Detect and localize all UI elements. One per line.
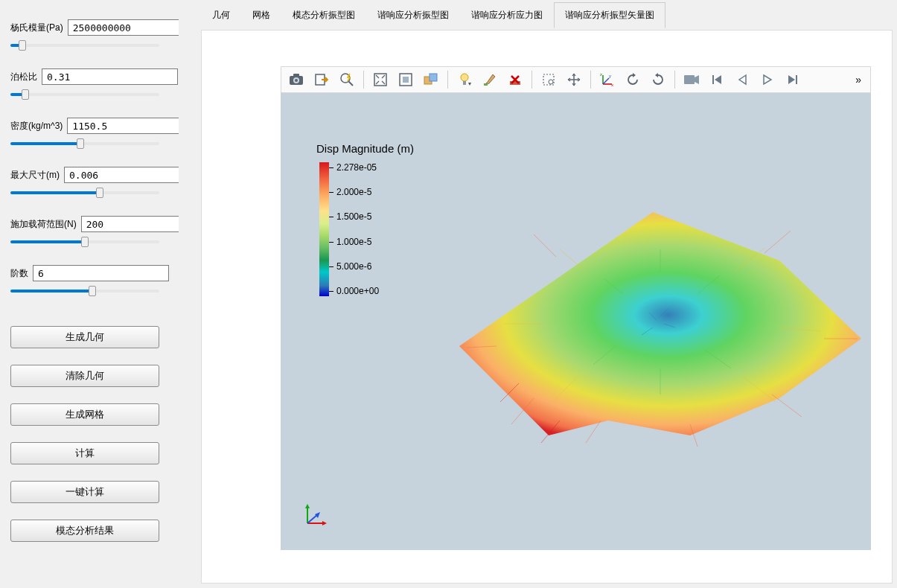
svg-text:x: x <box>611 83 613 87</box>
color-legend: Disp Magnitude (m) 2.278e-05 2.000e-5 1.… <box>319 142 414 296</box>
svg-rect-11 <box>430 74 437 81</box>
svg-text:▾: ▾ <box>468 80 471 87</box>
svg-line-21 <box>603 78 609 84</box>
rotate-ccw-icon[interactable] <box>622 69 643 90</box>
play-icon[interactable] <box>757 69 778 90</box>
first-frame-icon[interactable] <box>706 69 727 90</box>
main-panel: 几何 网格 模态分析振型图 谐响应分析振型图 谐响应分析应力图 谐响应分析振型矢… <box>179 0 897 588</box>
svg-line-47 <box>772 394 802 417</box>
axes-triad-icon <box>299 499 331 532</box>
youngs-modulus-label: 杨氏模量(Pa) <box>10 22 63 34</box>
3d-viewport[interactable]: Disp Magnitude (m) 2.278e-05 2.000e-5 1.… <box>281 93 871 550</box>
vector-field-plot <box>430 190 871 458</box>
legend-tick: 2.000e-5 <box>336 187 379 197</box>
svg-marker-57 <box>322 521 327 525</box>
legend-ticks: 2.278e-05 2.000e-5 1.500e-5 1.000e-5 5.0… <box>336 162 379 296</box>
prev-frame-icon[interactable] <box>732 69 753 90</box>
svg-rect-26 <box>712 75 714 84</box>
svg-line-44 <box>534 234 556 257</box>
tab-geometry[interactable]: 几何 <box>201 2 241 28</box>
param-group-max-size: 最大尺寸(m) <box>10 161 168 202</box>
legend-title: Disp Magnitude (m) <box>316 142 414 155</box>
fit-view-icon[interactable] <box>395 69 416 90</box>
tab-harmonic-mode-shape[interactable]: 谐响应分析振型图 <box>366 2 460 28</box>
svg-point-12 <box>461 74 468 81</box>
svg-point-3 <box>295 79 298 82</box>
density-slider[interactable] <box>10 137 159 150</box>
load-range-label: 施加载荷范围(N) <box>10 218 77 231</box>
legend-colorbar <box>319 162 329 296</box>
svg-rect-15 <box>484 83 488 86</box>
rotate-cw-icon[interactable] <box>648 69 668 90</box>
density-label: 密度(kg/m^3) <box>10 120 63 132</box>
tab-harmonic-vector[interactable]: 谐响应分析振型矢量图 <box>554 2 665 28</box>
svg-rect-27 <box>796 75 797 84</box>
poisson-input[interactable] <box>42 68 178 85</box>
zoom-lightning-icon[interactable] <box>336 69 357 90</box>
max-size-slider[interactable] <box>10 186 159 199</box>
camera-record-icon[interactable] <box>681 69 702 90</box>
load-range-slider[interactable] <box>10 235 159 249</box>
svg-point-18 <box>549 80 553 84</box>
screenshot-icon[interactable] <box>286 69 307 90</box>
brush-icon[interactable] <box>479 69 500 90</box>
box-select-icon[interactable] <box>538 69 559 90</box>
youngs-modulus-slider[interactable] <box>10 39 159 52</box>
max-size-label: 最大尺寸(m) <box>10 169 60 182</box>
param-group-order: 阶数 <box>10 259 168 301</box>
svg-rect-13 <box>463 81 466 85</box>
toolbar-overflow-icon[interactable]: » <box>851 74 866 86</box>
tab-modal-mode-shape[interactable]: 模态分析振型图 <box>281 2 366 28</box>
legend-tick: 1.000e-5 <box>336 237 379 247</box>
svg-text:y: y <box>609 74 611 78</box>
svg-text:z: z <box>600 72 602 77</box>
svg-line-6 <box>349 82 354 86</box>
legend-tick: 1.500e-5 <box>336 211 379 222</box>
svg-marker-55 <box>305 504 310 508</box>
next-frame-icon[interactable] <box>782 69 803 90</box>
generate-geometry-button[interactable]: 生成几何 <box>10 326 159 348</box>
parameter-sidebar: 杨氏模量(Pa) 泊松比 密度(kg/m^3) 最大尺寸(m) <box>0 0 179 588</box>
param-group-poisson: 泊松比 <box>10 63 168 104</box>
svg-line-45 <box>764 231 791 253</box>
fit-bounds-icon[interactable] <box>370 69 391 90</box>
pan-icon[interactable] <box>564 69 584 90</box>
modal-analysis-result-button[interactable]: 模态分析结果 <box>10 520 159 542</box>
legend-tick: 5.000e-6 <box>336 261 379 272</box>
clear-geometry-button[interactable]: 清除几何 <box>10 365 159 387</box>
multi-view-icon[interactable] <box>421 69 441 90</box>
delete-icon[interactable] <box>505 69 526 90</box>
poisson-slider[interactable] <box>10 88 159 101</box>
param-group-load-range: 施加载荷范围(N) <box>10 210 168 252</box>
order-slider[interactable] <box>10 284 159 298</box>
order-label: 阶数 <box>10 267 28 280</box>
order-input[interactable] <box>33 265 169 281</box>
generate-mesh-button[interactable]: 生成网格 <box>10 403 159 426</box>
viewer-toolbar: ▾ zxy » <box>281 66 871 93</box>
one-click-compute-button[interactable]: 一键计算 <box>10 481 159 503</box>
export-icon[interactable] <box>311 69 332 90</box>
tab-bar: 几何 网格 模态分析振型图 谐响应分析振型图 谐响应分析应力图 谐响应分析振型矢… <box>179 0 893 30</box>
tab-harmonic-stress[interactable]: 谐响应分析应力图 <box>460 2 554 28</box>
param-group-youngs-modulus: 杨氏模量(Pa) <box>10 13 168 55</box>
poisson-label: 泊松比 <box>10 71 37 83</box>
svg-rect-9 <box>403 77 409 83</box>
param-group-density: 密度(kg/m^3) <box>10 112 168 153</box>
legend-tick: 0.000e+00 <box>336 286 379 296</box>
svg-rect-25 <box>684 75 695 84</box>
axes-xyz-icon[interactable]: zxy <box>597 69 618 90</box>
tab-mesh[interactable]: 网格 <box>241 2 281 28</box>
compute-button[interactable]: 计算 <box>10 442 159 464</box>
svg-rect-1 <box>293 74 299 77</box>
lighting-icon[interactable]: ▾ <box>454 69 475 90</box>
legend-tick: 2.278e-05 <box>336 162 379 173</box>
viewport-container: ▾ zxy » Disp Magnitude (m) <box>201 30 893 584</box>
